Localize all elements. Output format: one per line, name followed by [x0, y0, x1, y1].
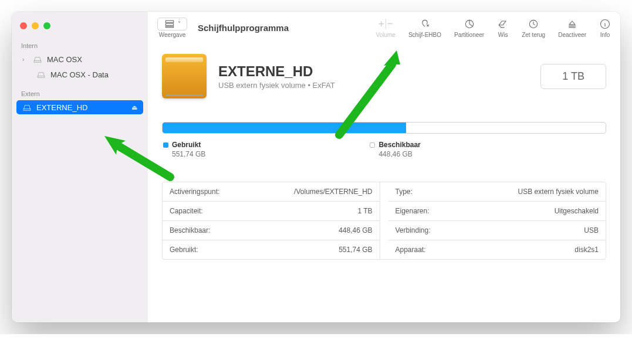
info-row: Capaciteit:1 TB: [163, 202, 380, 221]
info-col-left: Activeringspunt:/Volumes/EXTERNE_HD Capa…: [163, 182, 380, 259]
window-controls: [12, 18, 148, 39]
minimize-window-button[interactable]: [32, 22, 39, 29]
sidebar-item-mac-osx[interactable]: › MAC OSX: [16, 52, 143, 66]
info-col-right: Type:USB extern fysiek volume Eigenaren:…: [388, 182, 606, 259]
sidebar: Intern › MAC OSX MAC OSX - Data Extern E…: [12, 12, 148, 322]
capacity-badge: 1 TB: [540, 64, 606, 89]
sidebar-item-label: EXTERNE_HD: [36, 103, 87, 112]
svg-rect-0: [165, 21, 173, 22]
main-pane: ˅ Weergave Schijfhulpprogramma +− Volume…: [148, 12, 620, 322]
info-button[interactable]: Info: [599, 18, 611, 38]
eject-icon[interactable]: ⏏: [131, 104, 137, 111]
toolbar-label: Zet terug: [522, 32, 545, 38]
info-row: Activeringspunt:/Volumes/EXTERNE_HD: [163, 182, 380, 202]
content: EXTERNE_HD USB extern fysiek volume • Ex…: [148, 43, 620, 322]
erase-button[interactable]: Wis: [497, 18, 509, 38]
svg-rect-2: [165, 26, 173, 28]
usage-bar: [162, 122, 606, 134]
sidebar-item-mac-osx-data[interactable]: MAC OSX - Data: [16, 67, 143, 81]
volume-add-remove-button[interactable]: +− Volume: [376, 18, 396, 38]
info-row: Apparaat:disk2s1: [388, 240, 606, 259]
info-row: Beschikbaar:448,46 GB: [163, 221, 380, 240]
chevron-down-icon: ˅: [178, 21, 181, 27]
internal-disk-icon: [36, 70, 46, 79]
sidebar-section-external: Extern: [12, 87, 148, 100]
minus-icon: −: [387, 19, 393, 29]
zoom-window-button[interactable]: [43, 22, 50, 29]
disclosure-chevron-icon[interactable]: ›: [22, 56, 28, 63]
info-row: Gebruikt:551,74 GB: [163, 240, 380, 259]
info-table: Activeringspunt:/Volumes/EXTERNE_HD Capa…: [162, 182, 606, 260]
view-menu-button[interactable]: ˅ Weergave: [157, 18, 187, 38]
disk-utility-window: Intern › MAC OSX MAC OSX - Data Extern E…: [12, 12, 620, 322]
plus-icon: +: [378, 19, 384, 29]
toolbar-label: Volume: [376, 32, 396, 38]
sidebar-section-internal: Intern: [12, 39, 148, 52]
external-disk-icon: [22, 103, 32, 112]
external-drive-icon: [162, 54, 207, 98]
legend-used-label: Gebruikt: [172, 141, 201, 149]
view-label: Weergave: [159, 32, 185, 38]
info-row: Eigenaren:Uitgeschakeld: [388, 202, 606, 221]
internal-disk-icon: [33, 55, 42, 64]
first-aid-button[interactable]: Schijf-EHBO: [408, 18, 441, 38]
volume-header: EXTERNE_HD USB extern fysiek volume • Ex…: [162, 54, 606, 98]
toolbar-label: Partitioneer: [454, 32, 484, 38]
legend-used: Gebruikt 551,74 GB: [163, 141, 205, 158]
info-row: Verbinding:USB: [388, 221, 606, 240]
usage-legend: Gebruikt 551,74 GB Beschikbaar 448,46 GB: [163, 141, 605, 158]
toolbar-label: Wis: [498, 32, 508, 38]
volume-subtitle: USB extern fysiek volume • ExFAT: [218, 81, 335, 90]
svg-rect-1: [165, 23, 173, 25]
toolbar: ˅ Weergave Schijfhulpprogramma +− Volume…: [148, 12, 620, 43]
legend-used-value: 551,74 GB: [172, 150, 205, 158]
toolbar-label: Deactiveer: [558, 32, 586, 38]
legend-free-label: Beschikbaar: [378, 141, 420, 149]
usage-bar-used: [163, 123, 406, 133]
app-title: Schijfhulpprogramma: [198, 23, 289, 33]
close-window-button[interactable]: [20, 22, 27, 29]
sidebar-item-label: MAC OSX - Data: [50, 70, 109, 79]
toolbar-label: Schijf-EHBO: [408, 32, 441, 38]
unmount-button[interactable]: Deactiveer: [558, 18, 586, 38]
sidebar-item-externe-hd[interactable]: EXTERNE_HD ⏏: [16, 100, 143, 114]
partition-button[interactable]: Partitioneer: [454, 18, 484, 38]
legend-free: Beschikbaar 448,46 GB: [370, 141, 420, 158]
restore-button[interactable]: Zet terug: [522, 18, 545, 38]
sidebar-item-label: MAC OSX: [47, 55, 82, 64]
info-row: Type:USB extern fysiek volume: [388, 182, 606, 202]
toolbar-label: Info: [600, 32, 610, 38]
volume-name: EXTERNE_HD: [218, 63, 335, 80]
legend-free-value: 448,46 GB: [378, 150, 420, 158]
